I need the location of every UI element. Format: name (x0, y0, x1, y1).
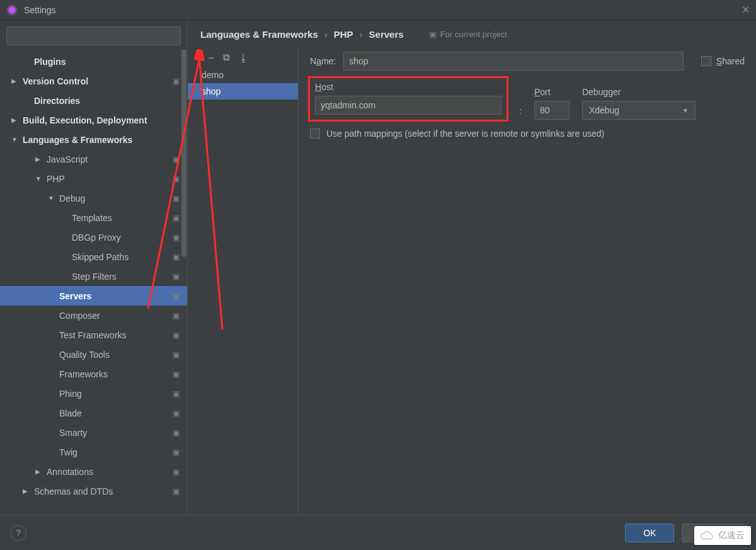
chevron-right-icon: › (360, 29, 363, 40)
tree-item-directories[interactable]: Directories (0, 91, 187, 110)
chevron-right-icon: › (324, 29, 328, 40)
project-icon: ▣ (173, 467, 180, 476)
project-icon: ▣ (173, 214, 180, 222)
project-icon: ▣ (173, 311, 180, 320)
tree-item-smarty[interactable]: Smarty▣ (0, 423, 187, 442)
app-icon (6, 4, 18, 16)
project-icon: ▣ (173, 487, 180, 496)
server-item-demo[interactable]: demo (188, 67, 298, 83)
watermark: 亿速云 (694, 526, 751, 545)
project-icon: ▣ (429, 30, 437, 39)
project-icon: ▣ (173, 253, 180, 261)
project-icon: ▣ (173, 409, 180, 418)
server-list-panel: + − ⧉ ⭳ demoshop (188, 48, 299, 514)
debugger-label: Debugger (582, 87, 696, 97)
chevron-icon: ▶ (11, 117, 19, 123)
add-button[interactable]: + (194, 52, 200, 63)
chevron-icon: ▼ (11, 136, 19, 143)
tree-item-test-frameworks[interactable]: Test Frameworks▣ (0, 325, 187, 345)
chevron-icon: ▼ (48, 195, 55, 202)
project-icon: ▣ (173, 428, 180, 437)
tree-item-javascript[interactable]: ▶JavaScript▣ (0, 149, 187, 169)
project-icon: ▣ (173, 448, 180, 457)
cloud-icon (701, 530, 714, 541)
project-icon: ▣ (173, 155, 180, 164)
breadcrumb-item[interactable]: PHP (334, 29, 353, 40)
tree-item-debug[interactable]: ▼Debug▣ (0, 188, 187, 208)
tree-item-composer[interactable]: Composer▣ (0, 306, 187, 325)
chevron-icon: ▶ (35, 156, 43, 163)
breadcrumb: Languages & Frameworks › PHP › Servers ▣… (188, 20, 756, 48)
tree-item-phing[interactable]: Phing▣ (0, 384, 187, 403)
shared-checkbox[interactable] (701, 56, 711, 66)
help-button[interactable]: ? (10, 525, 26, 541)
debugger-select[interactable]: Xdebug ▼ (582, 101, 696, 120)
breadcrumb-item[interactable]: Servers (369, 29, 404, 40)
server-toolbar: + − ⧉ ⭳ (188, 48, 298, 67)
server-item-shop[interactable]: shop (188, 83, 298, 100)
project-icon: ▣ (173, 350, 180, 359)
tree-item-step-filters[interactable]: Step Filters▣ (0, 266, 187, 286)
name-label: Name: (310, 56, 336, 66)
tree-item-blade[interactable]: Blade▣ (0, 403, 187, 423)
titlebar: Settings ✕ (0, 0, 756, 20)
project-icon: ▣ (173, 77, 180, 86)
tree-item-php[interactable]: ▼PHP▣ (0, 169, 187, 188)
tree-item-build-execution-deployment[interactable]: ▶Build, Execution, Deployment (0, 110, 187, 130)
chevron-down-icon: ▼ (682, 107, 689, 114)
server-form: Name: Shared Host : Port (299, 48, 756, 514)
shared-label[interactable]: Shared (716, 56, 745, 66)
breadcrumb-item[interactable]: Languages & Frameworks (200, 29, 318, 40)
project-icon: ▣ (173, 233, 180, 242)
tree-item-templates[interactable]: Templates▣ (0, 208, 187, 227)
name-input[interactable] (343, 52, 684, 71)
project-icon: ▣ (173, 272, 180, 281)
project-icon: ▣ (173, 389, 180, 398)
window-title: Settings (24, 5, 56, 15)
dialog-footer: ? OK Cancel (0, 515, 756, 550)
host-input[interactable] (315, 96, 501, 115)
tree-item-twig[interactable]: Twig▣ (0, 442, 187, 462)
port-input[interactable] (534, 101, 570, 120)
tree-item-languages-frameworks[interactable]: ▼Languages & Frameworks (0, 130, 187, 149)
tree-item-quality-tools[interactable]: Quality Tools▣ (0, 345, 187, 364)
chevron-icon: ▶ (23, 488, 30, 495)
host-label: Host (315, 82, 501, 92)
import-button[interactable]: ⭳ (239, 52, 248, 63)
close-icon[interactable]: ✕ (742, 4, 750, 16)
tree-item-servers[interactable]: Servers▣ (0, 286, 187, 306)
tree-item-annotations[interactable]: ▶Annotations▣ (0, 462, 187, 481)
project-icon: ▣ (173, 194, 180, 203)
tree-item-skipped-paths[interactable]: Skipped Paths▣ (0, 247, 187, 266)
content-area: Languages & Frameworks › PHP › Servers ▣… (188, 20, 756, 514)
chevron-icon: ▼ (35, 175, 43, 182)
tree-item-dbgp-proxy[interactable]: DBGp Proxy▣ (0, 227, 187, 247)
project-icon: ▣ (173, 370, 180, 379)
remove-button[interactable]: − (209, 52, 214, 63)
tree-item-version-control[interactable]: ▶Version Control▣ (0, 71, 187, 91)
settings-sidebar: Plugins▶Version Control▣Directories▶Buil… (0, 20, 188, 514)
colon-separator: : (519, 106, 522, 120)
project-icon: ▣ (173, 175, 180, 183)
port-label: Port (534, 87, 570, 97)
ok-button[interactable]: OK (625, 524, 674, 542)
path-mappings-checkbox[interactable] (310, 129, 320, 139)
path-mappings-label: Use path mappings (select if the server … (326, 129, 604, 139)
settings-tree: Plugins▶Version Control▣Directories▶Buil… (0, 49, 187, 514)
chevron-icon: ▶ (11, 77, 19, 84)
project-icon: ▣ (173, 331, 180, 340)
settings-search-input[interactable] (6, 26, 181, 45)
copy-button[interactable]: ⧉ (223, 52, 230, 63)
project-icon: ▣ (173, 292, 180, 301)
tree-item-schemas-and-dtds[interactable]: ▶Schemas and DTDs▣ (0, 481, 187, 501)
tree-item-plugins[interactable]: Plugins (0, 52, 187, 71)
for-current-project-label: ▣ For current project (429, 30, 507, 39)
chevron-icon: ▶ (35, 468, 43, 475)
tree-item-frameworks[interactable]: Frameworks▣ (0, 364, 187, 384)
